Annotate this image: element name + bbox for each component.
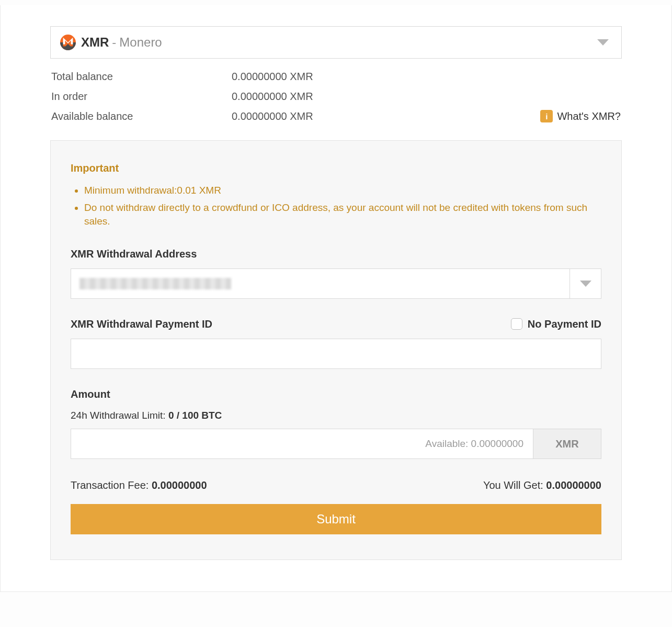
no-payment-id-checkbox[interactable]: [511, 318, 522, 330]
total-balance-value: 0.00000000 XMR: [232, 69, 313, 84]
warning-item: Do not withdraw directly to a crowdfund …: [84, 201, 601, 229]
transaction-fee: Transaction Fee: 0.00000000: [71, 478, 207, 492]
currency-separator: -: [112, 33, 116, 51]
limit-prefix: 24h Withdrawal Limit:: [71, 410, 168, 421]
info-icon: [540, 110, 553, 122]
warning-list: Minimum withdrawal:0.01 XMR Do not withd…: [71, 184, 601, 229]
balance-row-available: Available balance 0.00000000 XMR What's …: [51, 109, 621, 124]
monero-icon: [60, 35, 76, 50]
amount-input-group: XMR: [71, 429, 601, 459]
payment-id-label: XMR Withdrawal Payment ID: [71, 317, 212, 331]
currency-selector[interactable]: XMR - Monero: [50, 26, 622, 59]
inorder-label: In order: [51, 89, 232, 104]
chevron-down-icon: [580, 281, 591, 287]
no-payment-id-toggle[interactable]: No Payment ID: [511, 317, 601, 331]
no-payment-id-text: No Payment ID: [528, 317, 601, 331]
currency-symbol: XMR: [81, 33, 109, 51]
currency-name: Monero: [119, 33, 162, 51]
redacted-address: [79, 278, 231, 289]
address-label: XMR Withdrawal Address: [71, 247, 601, 261]
withdraw-panel: Important Minimum withdrawal:0.01 XMR Do…: [50, 140, 622, 560]
balance-row-inorder: In order 0.00000000 XMR: [51, 89, 621, 104]
whats-xmr-text: What's XMR?: [557, 109, 621, 124]
address-dropdown-button[interactable]: [570, 268, 601, 299]
important-heading: Important: [71, 161, 601, 175]
get-label: You Will Get:: [483, 479, 546, 491]
whats-xmr-link[interactable]: What's XMR?: [540, 109, 621, 124]
inorder-value: 0.00000000 XMR: [232, 89, 313, 104]
fee-label: Transaction Fee:: [71, 479, 152, 491]
available-label: Available balance: [51, 109, 232, 124]
get-value: 0.00000000: [546, 479, 601, 491]
fee-row: Transaction Fee: 0.00000000 You Will Get…: [71, 478, 601, 492]
balance-row-total: Total balance 0.00000000 XMR: [51, 69, 621, 84]
submit-button[interactable]: Submit: [71, 504, 601, 534]
amount-input[interactable]: [71, 429, 533, 459]
amount-label: Amount: [71, 387, 601, 401]
available-value: 0.00000000 XMR: [232, 109, 313, 124]
total-balance-label: Total balance: [51, 69, 232, 84]
limit-value: 0 / 100 BTC: [168, 410, 222, 421]
withdraw-page: XMR - Monero Total balance 0.00000000 XM…: [0, 5, 672, 592]
amount-unit: XMR: [533, 429, 601, 459]
warning-item: Minimum withdrawal:0.01 XMR: [84, 184, 601, 198]
balances-section: Total balance 0.00000000 XMR In order 0.…: [51, 69, 621, 124]
payment-id-input[interactable]: [71, 339, 601, 369]
withdrawal-address-input[interactable]: [71, 268, 570, 299]
address-input-group: [71, 268, 601, 299]
withdrawal-limit: 24h Withdrawal Limit: 0 / 100 BTC: [71, 409, 601, 423]
fee-value: 0.00000000: [152, 479, 207, 491]
chevron-down-icon: [597, 39, 609, 46]
you-will-get: You Will Get: 0.00000000: [483, 478, 601, 492]
